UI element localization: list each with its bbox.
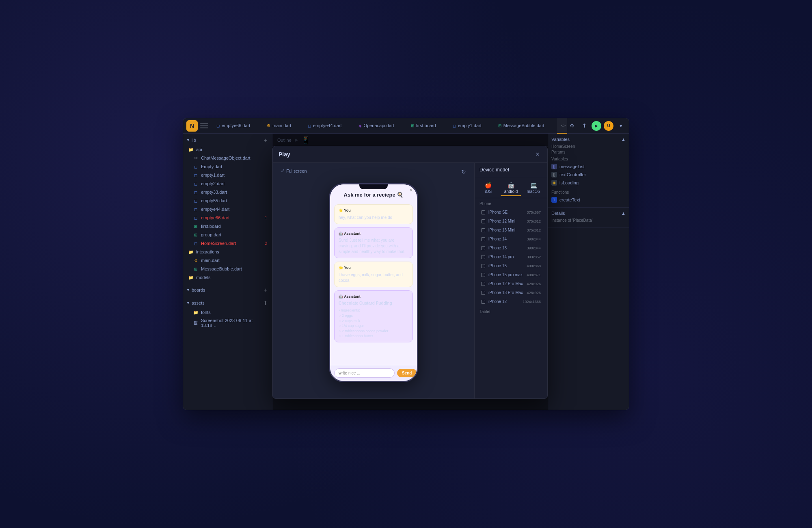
device-name: iPhone 12 Mini [485,219,527,223]
phone-input-bar: Send [330,365,417,381]
sidebar-item[interactable]: 📁models [185,273,270,281]
chat-bubble-assistant: 🤖 AssistantChocolate Custard Pudding• In… [334,290,413,342]
sidebar-icon: ◻ [193,189,199,195]
run-button[interactable]: ▶ [592,121,601,131]
sidebar-item[interactable]: 📁integrations [185,248,270,256]
details-title: Details [551,211,565,216]
tab-icon-empty44: ◻ [308,123,311,128]
sidebar-item-label: group.dart [201,232,221,237]
sidebar-item[interactable]: ⚙main.dart [185,256,270,264]
assets-add-button[interactable]: ⬆ [262,300,269,306]
lib-add-button[interactable]: + [262,137,269,143]
details-header[interactable]: Details ▲ [551,211,626,216]
modal-close-button[interactable]: × [533,150,542,158]
sidebar-item[interactable]: ◻empty55.dart [185,197,270,205]
fullscreen-button[interactable]: ⤢ Fullscreen [279,167,309,175]
device-os-tabs: 🍎iOS🤖android💻macOS [475,177,547,198]
phone-close-button[interactable]: × [410,187,413,193]
device-resolution: 375x812 [527,219,541,223]
sidebar-item[interactable]: 📁api [185,145,270,154]
sidebar-item-label: empty2.dart [201,181,225,186]
hamburger-button[interactable] [200,122,208,130]
send-button[interactable]: Send [397,369,417,377]
sidebar-item[interactable]: ◻emptye66.dart1 [185,214,270,222]
device-resolution: 393x852 [527,255,541,259]
variable-isLoading[interactable]: ◉isLoading [551,179,626,187]
device-row[interactable]: iPhone 14390x844 [476,235,546,243]
tab-openaimodels[interactable]: <>Openai_models.dar… [557,118,567,134]
sidebar-item[interactable]: ⊞MessageBubble.dart [185,265,270,273]
device-resolution: 390x844 [527,246,541,250]
sidebar-item[interactable]: ◻empty2.dart [185,180,270,188]
sidebar-icon: ◻ [193,198,199,203]
tab-openai[interactable]: ◈Openai.api.dart [354,118,406,134]
sidebar-item[interactable]: ⊞first.board [185,222,270,230]
settings-button[interactable]: ⚙ [567,121,577,131]
tab-label-messagebubble: MessageBubble.dart [503,123,544,128]
device-name: iPhone 14 pro [485,255,527,259]
tab-firstboard[interactable]: ⊞first.board [407,118,448,134]
refresh-button[interactable]: ↻ [459,167,469,177]
device-resolution: 400x868 [527,264,541,268]
bubble-text: • Ingredients: ○ 2 eggs ○ 2 cups milk ○ … [339,308,408,339]
tab-icon-empty1: ◻ [453,123,456,128]
avatar[interactable]: U [604,121,613,131]
assets-section-header[interactable]: ▼ assets ⬆ [183,298,272,308]
sidebar-icon: ◻ [193,172,199,178]
tab-empty1[interactable]: ◻empty1.dart [449,118,493,134]
device-icon [481,228,485,232]
sidebar-item[interactable]: ◻empty1.dart [185,171,270,179]
function-createText[interactable]: TcreateText [551,196,626,204]
os-tab-iOS[interactable]: 🍎iOS [478,180,499,196]
sidebar-item[interactable]: ⊞group.dart [185,231,270,239]
assets-items-container: 📁fonts🖼Screenshot 2023-06-11 at 13.18… [183,308,272,329]
tab-icon-messagebubble: ⊞ [498,123,501,128]
device-resolution: 428x926 [527,282,541,286]
tab-emptye66[interactable]: ◻emptye66.dart [212,118,262,134]
lib-section-header[interactable]: ▼ lib + [183,135,272,145]
device-icon [481,255,485,259]
tab-label-empty44: emptye44.dart [313,123,341,128]
device-row[interactable]: iPhone 12 Pro Max428x926 [476,279,546,288]
sidebar-item[interactable]: <>ChatMessageObject.dart [185,154,270,162]
device-row[interactable]: iPhone 15 pro max408x871 [476,270,546,279]
device-icon [481,237,485,241]
device-row[interactable]: iPhone 12 Mini375x812 [476,217,546,225]
sidebar-badge: 2 [265,241,267,246]
modal-title: Play [279,151,290,158]
device-name: iPhone 15 pro max [485,273,527,277]
device-row[interactable]: iPhone SE375x667 [476,208,546,216]
chevron-icon: ▼ [186,138,190,142]
share-button[interactable]: ⬆ [579,121,589,131]
os-tab-android[interactable]: 🤖android [501,180,522,196]
sidebar-item-label: main.dart [201,258,220,263]
assets-item[interactable]: 🖼Screenshot 2023-06-11 at 13.18… [185,317,270,329]
boards-section-header[interactable]: ▼ boards + [183,285,272,295]
assets-item[interactable]: 📁fonts [185,308,270,316]
device-row[interactable]: iPhone 13 Pro Max428x926 [476,288,546,297]
tab-empty44[interactable]: ◻emptye44.dart [304,118,353,134]
device-row[interactable]: iPhone 13390x844 [476,244,546,252]
phone-notch [359,184,388,189]
variable-textController[interactable]: {}textController [551,171,626,179]
sidebar-item[interactable]: ◻Empty.dart [185,162,270,171]
device-row[interactable]: iPhone 14 pro393x852 [476,253,546,261]
sidebar-item-label: empty33.dart [201,190,227,195]
tab-main[interactable]: ⚙main.dart [263,118,303,134]
variables-header[interactable]: Variables ▲ [551,137,626,142]
sidebar-item[interactable]: ◻empty33.dart [185,188,270,196]
os-tab-macOS[interactable]: 💻macOS [523,180,544,196]
tab-messagebubble[interactable]: ⊞MessageBubble.dart [494,118,556,134]
device-row[interactable]: iPhone 15400x868 [476,262,546,270]
boards-add-button[interactable]: + [262,287,269,293]
device-row[interactable]: iPhone 121024x1366 [476,297,546,306]
sidebar-icon: ◻ [193,206,199,212]
variable-messageList[interactable]: []messageList [551,162,626,171]
sidebar-items-container: 📁api<>ChatMessageObject.dart◻Empty.dart◻… [183,145,272,281]
assets-section: ▼ assets ⬆ 📁fonts🖼Screenshot 2023-06-11 … [183,296,272,331]
chat-input[interactable] [334,368,395,378]
sidebar-item[interactable]: ◻emptye44.dart [185,205,270,213]
sidebar-item[interactable]: ◻HomeScreen.dart2 [185,239,270,247]
chevron-down-icon[interactable]: ▾ [616,121,626,131]
device-row[interactable]: iPhone 13 Mini375x812 [476,226,546,234]
